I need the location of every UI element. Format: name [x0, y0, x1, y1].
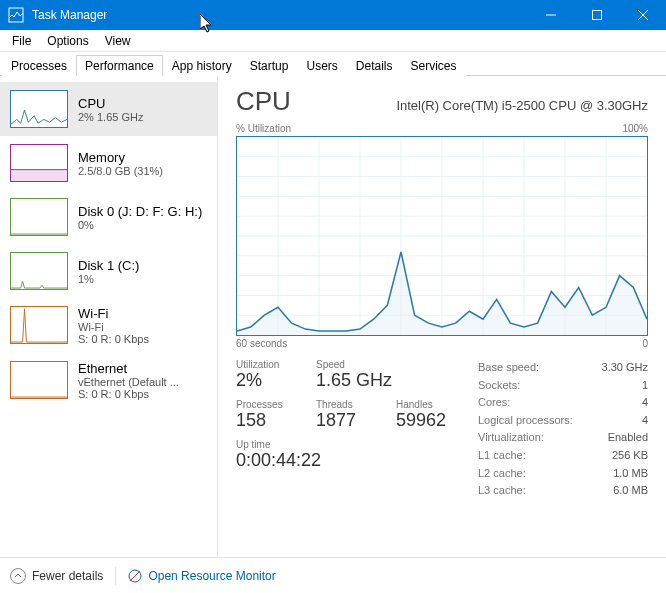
detail-key: L2 cache:: [478, 465, 526, 483]
resource-monitor-icon: [128, 569, 142, 583]
stats-area: Utilization 2% Speed 1.65 GHz Processes …: [236, 359, 648, 500]
main-panel: CPU Intel(R) Core(TM) i5-2500 CPU @ 3.30…: [218, 76, 666, 557]
footer: Fewer details Open Resource Monitor: [0, 557, 666, 593]
cpu-model: Intel(R) Core(TM) i5-2500 CPU @ 3.30GHz: [396, 98, 648, 113]
stat-label: Threads: [316, 399, 378, 410]
stat-label: Processes: [236, 399, 298, 410]
window-title: Task Manager: [32, 8, 107, 22]
detail-logical: 4: [642, 412, 648, 430]
svg-rect-5: [11, 170, 67, 181]
sidebar-sub: 2.5/8.0 GB (31%): [78, 165, 163, 177]
stat-label: Utilization: [236, 359, 298, 370]
detail-cores: 4: [642, 394, 648, 412]
sidebar-sub: 0%: [78, 219, 202, 231]
tab-startup[interactable]: Startup: [241, 55, 298, 76]
menu-file[interactable]: File: [4, 32, 39, 50]
sidebar-sub2: S: 0 R: 0 Kbps: [78, 333, 149, 345]
tab-processes[interactable]: Processes: [2, 55, 76, 76]
stat-handles: 59962: [396, 410, 458, 431]
detail-key: L1 cache:: [478, 447, 526, 465]
sidebar-label: Disk 0 (J: D: F: G: H:): [78, 204, 202, 219]
fewer-details-label: Fewer details: [32, 569, 103, 583]
tab-users[interactable]: Users: [297, 55, 346, 76]
svg-rect-2: [593, 11, 602, 20]
sidebar-item-disk0[interactable]: Disk 0 (J: D: F: G: H:) 0%: [0, 190, 217, 244]
detail-virtualization: Enabled: [608, 429, 648, 447]
tabbar: Processes Performance App history Startu…: [0, 52, 666, 76]
stat-utilization: 2%: [236, 370, 298, 391]
detail-key: Sockets:: [478, 377, 520, 395]
menu-options[interactable]: Options: [39, 32, 96, 50]
detail-l1: 256 KB: [612, 447, 648, 465]
detail-sockets: 1: [642, 377, 648, 395]
sidebar-label: CPU: [78, 96, 143, 111]
detail-key: Cores:: [478, 394, 510, 412]
sidebar: CPU 2% 1.65 GHz Memory 2.5/8.0 GB (31%) …: [0, 76, 218, 557]
stat-label: Handles: [396, 399, 458, 410]
cpu-thumb: [10, 90, 68, 128]
stat-threads: 1877: [316, 410, 378, 431]
minimize-button[interactable]: [528, 0, 574, 30]
wifi-thumb: [10, 306, 68, 344]
chart-xright: 0: [642, 338, 648, 349]
stat-processes: 158: [236, 410, 298, 431]
detail-key: Base speed:: [478, 359, 539, 377]
sidebar-item-memory[interactable]: Memory 2.5/8.0 GB (31%): [0, 136, 217, 190]
stat-uptime: 0:00:44:22: [236, 450, 458, 471]
open-resource-monitor-link[interactable]: Open Resource Monitor: [128, 569, 275, 583]
maximize-button[interactable]: [574, 0, 620, 30]
close-button[interactable]: [620, 0, 666, 30]
menubar: File Options View: [0, 30, 666, 52]
sidebar-sub: vEthernet (Default ...: [78, 376, 179, 388]
titlebar: Task Manager: [0, 0, 666, 30]
sidebar-item-cpu[interactable]: CPU 2% 1.65 GHz: [0, 82, 217, 136]
menu-view[interactable]: View: [97, 32, 139, 50]
content-area: CPU 2% 1.65 GHz Memory 2.5/8.0 GB (31%) …: [0, 76, 666, 557]
sidebar-sub: 2% 1.65 GHz: [78, 111, 143, 123]
chevron-up-icon: [10, 568, 26, 584]
svg-line-28: [130, 571, 140, 581]
tab-app-history[interactable]: App history: [163, 55, 241, 76]
chart-ylabel: % Utilization: [236, 123, 291, 134]
sidebar-item-disk1[interactable]: Disk 1 (C:) 1%: [0, 244, 217, 298]
detail-l3: 6.0 MB: [613, 482, 648, 500]
ethernet-thumb: [10, 361, 68, 399]
orm-label: Open Resource Monitor: [148, 569, 275, 583]
fewer-details-button[interactable]: Fewer details: [10, 568, 103, 584]
memory-thumb: [10, 144, 68, 182]
sidebar-label: Memory: [78, 150, 163, 165]
chart-ymax: 100%: [622, 123, 648, 134]
sidebar-label: Ethernet: [78, 361, 179, 376]
tab-performance[interactable]: Performance: [76, 55, 163, 76]
detail-key: Logical processors:: [478, 412, 573, 430]
tab-details[interactable]: Details: [347, 55, 402, 76]
sidebar-label: Disk 1 (C:): [78, 258, 139, 273]
app-icon: [8, 7, 24, 23]
sidebar-label: Wi-Fi: [78, 306, 149, 321]
divider: [115, 567, 116, 585]
tab-services[interactable]: Services: [402, 55, 466, 76]
detail-l2: 1.0 MB: [613, 465, 648, 483]
sidebar-sub2: S: 0 R: 0 Kbps: [78, 388, 179, 400]
detail-key: Virtualization:: [478, 429, 544, 447]
stat-label: Up time: [236, 439, 458, 450]
sidebar-sub: Wi-Fi: [78, 321, 149, 333]
disk0-thumb: [10, 198, 68, 236]
sidebar-item-wifi[interactable]: Wi-Fi Wi-Fi S: 0 R: 0 Kbps: [0, 298, 217, 353]
stat-speed: 1.65 GHz: [316, 370, 392, 391]
detail-base-speed: 3.30 GHz: [602, 359, 648, 377]
disk1-thumb: [10, 252, 68, 290]
cpu-chart: [236, 136, 648, 336]
stat-label: Speed: [316, 359, 392, 370]
detail-key: L3 cache:: [478, 482, 526, 500]
page-title: CPU: [236, 86, 291, 117]
sidebar-item-ethernet[interactable]: Ethernet vEthernet (Default ... S: 0 R: …: [0, 353, 217, 408]
sidebar-sub: 1%: [78, 273, 139, 285]
chart-xleft: 60 seconds: [236, 338, 287, 349]
